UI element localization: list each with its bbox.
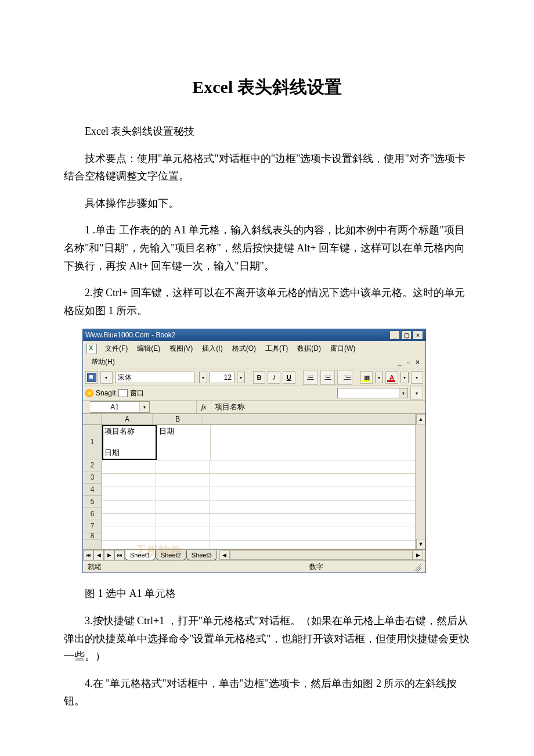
menu-insert[interactable]: 插入(I)	[197, 342, 227, 355]
save-icon	[87, 373, 96, 382]
menu-help[interactable]: 帮助(H)	[86, 355, 120, 369]
bold-button[interactable]: B	[253, 371, 266, 384]
tab-nav-last[interactable]: ⏭	[114, 550, 125, 560]
tab-nav-prev[interactable]: ◀	[93, 550, 104, 560]
maximize-button[interactable]: ▢	[401, 330, 412, 340]
name-box[interactable]: A1 ▾	[90, 401, 150, 413]
menu-format[interactable]: 格式(O)	[228, 342, 261, 355]
toolbar-overflow-button[interactable]: ▾	[411, 371, 424, 384]
toolbar-options-button[interactable]: ▾	[100, 371, 113, 384]
col-header-rest[interactable]	[203, 414, 416, 424]
paragraph-tech: 技术要点：使用"单元格格式"对话框中的"边框"选项卡设置斜线，使用"对齐"选项卡…	[64, 150, 470, 185]
name-box-dropdown[interactable]: ▾	[139, 402, 149, 412]
row-header-2[interactable]: 2	[83, 459, 102, 471]
font-size-value: 12	[224, 373, 232, 381]
fx-button[interactable]: fx	[196, 401, 211, 413]
col-header-A[interactable]: A	[102, 414, 153, 424]
cell-B2[interactable]	[156, 460, 210, 474]
italic-button[interactable]: I	[268, 371, 280, 384]
cell-B7[interactable]	[156, 527, 210, 541]
cell-A7[interactable]	[102, 527, 156, 541]
horizontal-scrollbar[interactable]: ◀ ▶	[219, 550, 423, 560]
sheet-tab-3[interactable]: Sheet3	[186, 550, 217, 560]
scroll-down-button[interactable]: ▼	[416, 539, 425, 549]
paragraph-steps: 具体操作步骤如下。	[64, 195, 470, 213]
menu-window[interactable]: 窗口(W)	[326, 342, 360, 355]
cell-rest-1[interactable]	[211, 425, 416, 460]
font-size-combo[interactable]: 12	[210, 372, 234, 383]
font-name-value: 宋体	[118, 373, 132, 383]
col-header-B[interactable]: B	[153, 414, 203, 424]
menu-tools[interactable]: 工具(T)	[261, 342, 293, 355]
font-color-dropdown[interactable]: ▾	[400, 372, 409, 383]
cell-B5[interactable]	[156, 501, 210, 514]
fill-color-button[interactable]: ▦	[360, 371, 373, 384]
menu-data[interactable]: 数据(D)	[293, 342, 326, 355]
formatting-toolbar: ▾ 宋体 ▾ 12 ▾ B I U ▦ ▾ A ▾ ▾	[83, 369, 425, 386]
cell-B1[interactable]: 日期	[157, 425, 211, 460]
menu-view[interactable]: 视图(V)	[165, 342, 197, 355]
row-header-7[interactable]: 7	[83, 520, 102, 532]
align-left-button[interactable]	[303, 370, 318, 385]
save-button[interactable]	[85, 371, 98, 384]
menu-file[interactable]: 文件(F)	[100, 342, 132, 355]
window-titlebar[interactable]: Www.Blue1000.Com - Book2 _ ▢ ×	[83, 329, 425, 341]
tab-nav-next[interactable]: ▶	[104, 550, 114, 560]
cell-A2[interactable]	[102, 460, 156, 474]
doc-minimize-button[interactable]: _	[395, 358, 404, 366]
cell-rest-6[interactable]	[210, 514, 416, 527]
worksheet-grid[interactable]: 1 2 3 4 5 6 7 8 A B 项目名称 日期	[83, 414, 425, 549]
row-header-4[interactable]: 4	[83, 484, 102, 496]
snagit-label: SnagIt	[96, 389, 116, 397]
font-name-combo[interactable]: 宋体	[115, 372, 194, 383]
name-box-value: A1	[90, 403, 139, 411]
align-right-button[interactable]	[337, 370, 352, 385]
cell-A1[interactable]: 项目名称 日期	[102, 425, 157, 460]
cell-rest-5[interactable]	[210, 501, 416, 514]
cell-rest-7[interactable]	[210, 527, 416, 541]
snagit-overflow-button[interactable]: ▾	[410, 387, 423, 399]
resize-grip-icon[interactable]	[412, 562, 421, 571]
cell-A3[interactable]	[102, 474, 156, 487]
row-header-1[interactable]: 1	[83, 425, 102, 459]
row-header-5[interactable]: 5	[83, 496, 102, 508]
cell-A6[interactable]	[102, 514, 156, 527]
scroll-right-button[interactable]: ▶	[413, 550, 423, 560]
fill-color-dropdown[interactable]: ▾	[375, 372, 383, 383]
font-color-button[interactable]: A	[385, 371, 398, 384]
vertical-scrollbar[interactable]: ▲ ▼	[416, 414, 425, 549]
snagit-combo[interactable]: ▾	[337, 388, 408, 398]
tab-nav-first[interactable]: ⏮	[83, 550, 93, 560]
cell-rest-8[interactable]	[210, 541, 416, 549]
excel-icon	[86, 344, 97, 354]
status-ready: 就绪	[88, 562, 221, 572]
cell-B4[interactable]	[156, 487, 210, 501]
close-button[interactable]: ×	[413, 330, 423, 340]
cell-A4[interactable]	[102, 487, 156, 501]
cell-rest-4[interactable]	[210, 487, 416, 501]
cell-rest-2[interactable]	[210, 460, 416, 474]
cell-B8[interactable]	[156, 541, 210, 549]
doc-close-button[interactable]: ×	[413, 358, 422, 366]
cell-A5[interactable]	[102, 501, 156, 514]
formula-bar[interactable]: 项目名称	[211, 402, 425, 412]
minimize-button[interactable]: _	[389, 330, 400, 340]
underline-button[interactable]: U	[283, 371, 295, 384]
cell-B6[interactable]	[156, 514, 210, 527]
font-name-dropdown-arrow[interactable]: ▾	[199, 372, 207, 383]
sheet-tab-2[interactable]: Sheet2	[156, 550, 186, 560]
doc-restore-button[interactable]: ▫	[405, 358, 412, 366]
cell-A8[interactable]	[102, 541, 156, 549]
align-center-button[interactable]	[320, 370, 335, 385]
select-all-corner[interactable]	[83, 414, 102, 425]
sheet-tab-1[interactable]: Sheet1	[125, 550, 156, 560]
cell-rest-3[interactable]	[210, 474, 416, 487]
row-header-6[interactable]: 6	[83, 508, 102, 520]
scroll-left-button[interactable]: ◀	[219, 550, 230, 560]
row-header-3[interactable]: 3	[83, 471, 102, 484]
font-size-dropdown-arrow[interactable]: ▾	[237, 372, 245, 383]
menu-edit[interactable]: 编辑(E)	[132, 342, 165, 355]
scroll-up-button[interactable]: ▲	[416, 414, 425, 424]
cell-B3[interactable]	[156, 474, 210, 487]
row-header-8[interactable]: 8	[83, 532, 102, 540]
